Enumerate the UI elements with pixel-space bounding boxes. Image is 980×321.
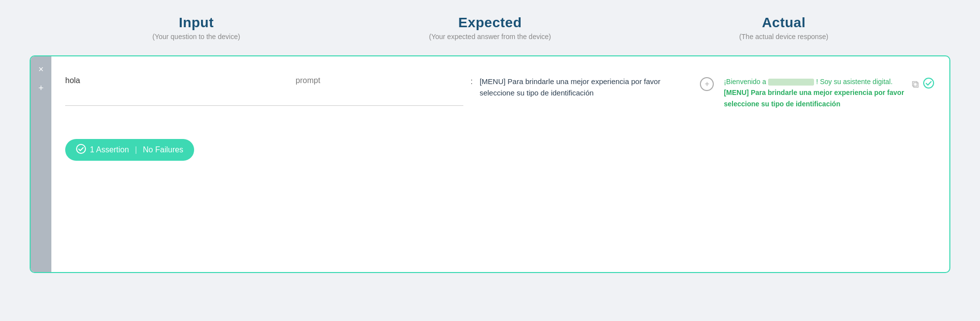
input-title: Input [49, 15, 343, 31]
actual-bold: [MENU] Para brindarle una mejor experien… [724, 89, 904, 107]
side-controls: × + [31, 56, 51, 272]
add-assertion-button[interactable]: + [700, 77, 714, 91]
actual-wrapper: ¡Bienvenido a ! Soy su asistente digital… [724, 76, 935, 109]
check-circle-icon [923, 77, 935, 92]
expected-text-col: [MENU] Para brindarle una mejor experien… [480, 76, 700, 98]
header-row: Input (Your question to the device) Expe… [20, 10, 960, 50]
assertion-badge: 1 Assertion | No Failures [65, 139, 194, 161]
plus-icon: + [705, 80, 709, 88]
add-btn-col: + [700, 76, 719, 91]
actual-redacted [768, 79, 814, 86]
svg-point-0 [924, 78, 934, 88]
expected-value: prompt [296, 76, 454, 85]
input-subtitle: (Your question to the device) [49, 33, 343, 41]
actual-title: Actual [637, 15, 931, 31]
add-button[interactable]: + [34, 81, 48, 95]
input-col: hola [65, 76, 296, 106]
assertion-status: No Failures [143, 145, 183, 154]
actual-col: ¡Bienvenido a ! Soy su asistente digital… [719, 76, 935, 109]
svg-point-1 [77, 144, 85, 153]
content-row: hola prompt : [MENU] Para brindarle una … [60, 66, 939, 119]
assertion-check-icon [76, 144, 86, 156]
input-value: hola [65, 76, 276, 85]
assertion-divider: | [135, 145, 137, 154]
assertion-count: 1 Assertion [90, 145, 129, 154]
colon-separator: : [463, 76, 479, 86]
check-button[interactable] [923, 77, 935, 92]
actual-actions: ⧉ [912, 76, 935, 92]
main-card: × + hola prompt : [MENU] Para brindarle … [30, 55, 950, 273]
actual-header: Actual (The actual device response) [637, 15, 931, 41]
expected-text-value: [MENU] Para brindarle una mejor experien… [480, 76, 691, 98]
copy-button[interactable]: ⧉ [912, 79, 919, 90]
actual-text: ¡Bienvenido a ! Soy su asistente digital… [724, 76, 908, 109]
expected-header: Expected (Your expected answer from the … [343, 15, 637, 41]
page-container: Input (Your question to the device) Expe… [0, 0, 980, 321]
expected-title: Expected [343, 15, 637, 31]
actual-subtitle: (The actual device response) [637, 33, 931, 41]
copy-icon: ⧉ [912, 79, 919, 90]
close-button[interactable]: × [34, 62, 48, 76]
expected-col: prompt [296, 76, 464, 106]
actual-mid: ! Soy su asistente digital. [816, 78, 893, 86]
actual-intro: ¡Bienvenido a [724, 78, 766, 86]
input-header: Input (Your question to the device) [49, 15, 343, 41]
expected-subtitle: (Your expected answer from the device) [343, 33, 637, 41]
